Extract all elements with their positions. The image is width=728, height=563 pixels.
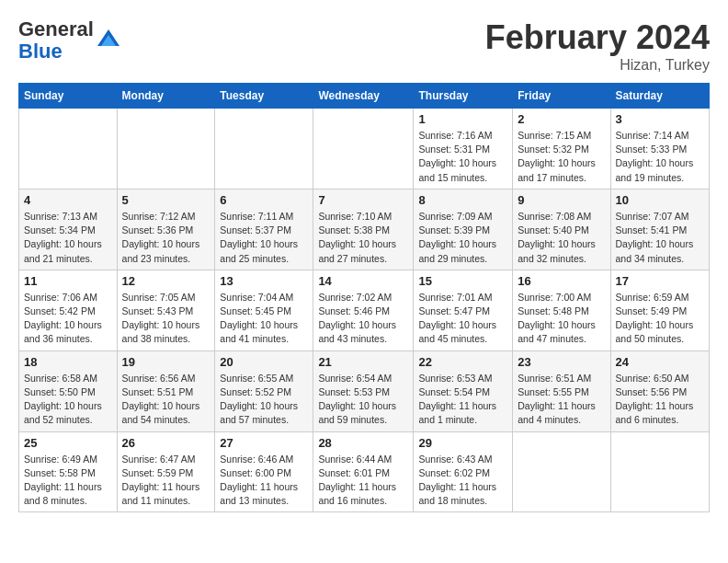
calendar-cell xyxy=(117,109,215,190)
day-number: 9 xyxy=(518,193,605,207)
calendar-cell xyxy=(19,109,118,190)
day-info: Sunrise: 7:14 AM Sunset: 5:33 PM Dayligh… xyxy=(616,129,705,185)
day-info: Sunrise: 6:54 AM Sunset: 5:53 PM Dayligh… xyxy=(318,372,408,428)
day-info: Sunrise: 7:15 AM Sunset: 5:32 PM Dayligh… xyxy=(518,129,605,185)
location-subtitle: Hizan, Turkey xyxy=(485,57,710,74)
day-number: 3 xyxy=(616,112,705,126)
day-number: 27 xyxy=(220,436,308,450)
calendar-table: SundayMondayTuesdayWednesdayThursdayFrid… xyxy=(18,83,710,512)
day-number: 7 xyxy=(318,193,408,207)
calendar-week-row: 1Sunrise: 7:16 AM Sunset: 5:31 PM Daylig… xyxy=(19,109,710,190)
month-title: February 2024 xyxy=(485,18,710,57)
day-number: 5 xyxy=(122,193,210,207)
day-info: Sunrise: 7:10 AM Sunset: 5:38 PM Dayligh… xyxy=(318,210,408,266)
day-info: Sunrise: 7:02 AM Sunset: 5:46 PM Dayligh… xyxy=(318,291,408,347)
calendar-cell xyxy=(215,109,313,190)
calendar-cell xyxy=(610,431,710,512)
calendar-cell: 28Sunrise: 6:44 AM Sunset: 6:01 PM Dayli… xyxy=(313,431,414,512)
calendar-cell: 26Sunrise: 6:47 AM Sunset: 5:59 PM Dayli… xyxy=(117,431,215,512)
column-header-monday: Monday xyxy=(117,84,215,109)
day-number: 4 xyxy=(24,193,112,207)
title-block: February 2024 Hizan, Turkey xyxy=(485,18,710,74)
column-header-wednesday: Wednesday xyxy=(313,84,414,109)
day-number: 6 xyxy=(220,193,308,207)
day-number: 14 xyxy=(318,274,408,288)
calendar-cell: 29Sunrise: 6:43 AM Sunset: 6:02 PM Dayli… xyxy=(414,431,513,512)
calendar-cell: 16Sunrise: 7:00 AM Sunset: 5:48 PM Dayli… xyxy=(513,270,610,350)
day-number: 18 xyxy=(24,355,112,369)
logo-icon xyxy=(96,28,121,53)
day-number: 23 xyxy=(518,355,605,369)
calendar-cell: 4Sunrise: 7:13 AM Sunset: 5:34 PM Daylig… xyxy=(19,189,118,270)
day-info: Sunrise: 6:53 AM Sunset: 5:54 PM Dayligh… xyxy=(418,372,507,428)
column-header-sunday: Sunday xyxy=(19,84,118,109)
day-info: Sunrise: 6:47 AM Sunset: 5:59 PM Dayligh… xyxy=(122,453,210,509)
day-info: Sunrise: 7:09 AM Sunset: 5:39 PM Dayligh… xyxy=(418,210,507,266)
calendar-cell: 8Sunrise: 7:09 AM Sunset: 5:39 PM Daylig… xyxy=(414,189,513,270)
day-info: Sunrise: 7:05 AM Sunset: 5:43 PM Dayligh… xyxy=(122,291,210,347)
day-info: Sunrise: 7:04 AM Sunset: 5:45 PM Dayligh… xyxy=(220,291,308,347)
calendar-cell: 2Sunrise: 7:15 AM Sunset: 5:32 PM Daylig… xyxy=(513,109,610,190)
day-number: 10 xyxy=(616,193,705,207)
calendar-cell: 19Sunrise: 6:56 AM Sunset: 5:51 PM Dayli… xyxy=(117,350,215,431)
calendar-week-row: 11Sunrise: 7:06 AM Sunset: 5:42 PM Dayli… xyxy=(19,270,710,350)
calendar-cell: 3Sunrise: 7:14 AM Sunset: 5:33 PM Daylig… xyxy=(610,109,710,190)
day-number: 26 xyxy=(122,436,210,450)
day-number: 28 xyxy=(318,436,408,450)
day-info: Sunrise: 7:16 AM Sunset: 5:31 PM Dayligh… xyxy=(418,129,507,185)
calendar-cell: 6Sunrise: 7:11 AM Sunset: 5:37 PM Daylig… xyxy=(215,189,313,270)
day-info: Sunrise: 7:01 AM Sunset: 5:47 PM Dayligh… xyxy=(418,291,507,347)
calendar-cell: 14Sunrise: 7:02 AM Sunset: 5:46 PM Dayli… xyxy=(313,270,414,350)
day-number: 8 xyxy=(418,193,507,207)
calendar-cell: 11Sunrise: 7:06 AM Sunset: 5:42 PM Dayli… xyxy=(19,270,118,350)
page-header: General Blue February 2024 Hizan, Turkey xyxy=(18,18,710,74)
day-number: 20 xyxy=(220,355,308,369)
calendar-cell: 5Sunrise: 7:12 AM Sunset: 5:36 PM Daylig… xyxy=(117,189,215,270)
day-number: 1 xyxy=(418,112,507,126)
day-number: 19 xyxy=(122,355,210,369)
calendar-cell: 20Sunrise: 6:55 AM Sunset: 5:52 PM Dayli… xyxy=(215,350,313,431)
day-number: 2 xyxy=(518,112,605,126)
column-header-tuesday: Tuesday xyxy=(215,84,313,109)
day-number: 11 xyxy=(24,274,112,288)
logo-text: General Blue xyxy=(18,18,94,63)
logo-line1: General xyxy=(18,18,94,40)
day-info: Sunrise: 6:49 AM Sunset: 5:58 PM Dayligh… xyxy=(24,453,112,509)
day-info: Sunrise: 6:59 AM Sunset: 5:49 PM Dayligh… xyxy=(616,291,705,347)
day-info: Sunrise: 7:08 AM Sunset: 5:40 PM Dayligh… xyxy=(518,210,605,266)
day-info: Sunrise: 6:58 AM Sunset: 5:50 PM Dayligh… xyxy=(24,372,112,428)
day-info: Sunrise: 6:55 AM Sunset: 5:52 PM Dayligh… xyxy=(220,372,308,428)
calendar-cell xyxy=(313,109,414,190)
calendar-header-row: SundayMondayTuesdayWednesdayThursdayFrid… xyxy=(19,84,710,109)
day-info: Sunrise: 7:11 AM Sunset: 5:37 PM Dayligh… xyxy=(220,210,308,266)
calendar-cell: 9Sunrise: 7:08 AM Sunset: 5:40 PM Daylig… xyxy=(513,189,610,270)
day-info: Sunrise: 6:44 AM Sunset: 6:01 PM Dayligh… xyxy=(318,453,408,509)
column-header-friday: Friday xyxy=(513,84,610,109)
calendar-cell: 27Sunrise: 6:46 AM Sunset: 6:00 PM Dayli… xyxy=(215,431,313,512)
calendar-cell: 7Sunrise: 7:10 AM Sunset: 5:38 PM Daylig… xyxy=(313,189,414,270)
calendar-cell: 18Sunrise: 6:58 AM Sunset: 5:50 PM Dayli… xyxy=(19,350,118,431)
day-number: 15 xyxy=(418,274,507,288)
day-number: 16 xyxy=(518,274,605,288)
day-info: Sunrise: 7:07 AM Sunset: 5:41 PM Dayligh… xyxy=(616,210,705,266)
day-info: Sunrise: 6:46 AM Sunset: 6:00 PM Dayligh… xyxy=(220,453,308,509)
calendar-cell: 17Sunrise: 6:59 AM Sunset: 5:49 PM Dayli… xyxy=(610,270,710,350)
day-info: Sunrise: 6:51 AM Sunset: 5:55 PM Dayligh… xyxy=(518,372,605,428)
day-number: 25 xyxy=(24,436,112,450)
day-number: 12 xyxy=(122,274,210,288)
calendar-week-row: 18Sunrise: 6:58 AM Sunset: 5:50 PM Dayli… xyxy=(19,350,710,431)
day-number: 21 xyxy=(318,355,408,369)
day-info: Sunrise: 6:43 AM Sunset: 6:02 PM Dayligh… xyxy=(418,453,507,509)
calendar-cell: 13Sunrise: 7:04 AM Sunset: 5:45 PM Dayli… xyxy=(215,270,313,350)
calendar-cell: 24Sunrise: 6:50 AM Sunset: 5:56 PM Dayli… xyxy=(610,350,710,431)
day-number: 29 xyxy=(418,436,507,450)
logo-line2: Blue xyxy=(18,40,94,63)
day-number: 17 xyxy=(616,274,705,288)
day-number: 22 xyxy=(418,355,507,369)
logo: General Blue xyxy=(18,18,121,63)
day-info: Sunrise: 7:12 AM Sunset: 5:36 PM Dayligh… xyxy=(122,210,210,266)
calendar-cell: 22Sunrise: 6:53 AM Sunset: 5:54 PM Dayli… xyxy=(414,350,513,431)
calendar-cell: 1Sunrise: 7:16 AM Sunset: 5:31 PM Daylig… xyxy=(414,109,513,190)
calendar-cell: 23Sunrise: 6:51 AM Sunset: 5:55 PM Dayli… xyxy=(513,350,610,431)
calendar-cell: 21Sunrise: 6:54 AM Sunset: 5:53 PM Dayli… xyxy=(313,350,414,431)
